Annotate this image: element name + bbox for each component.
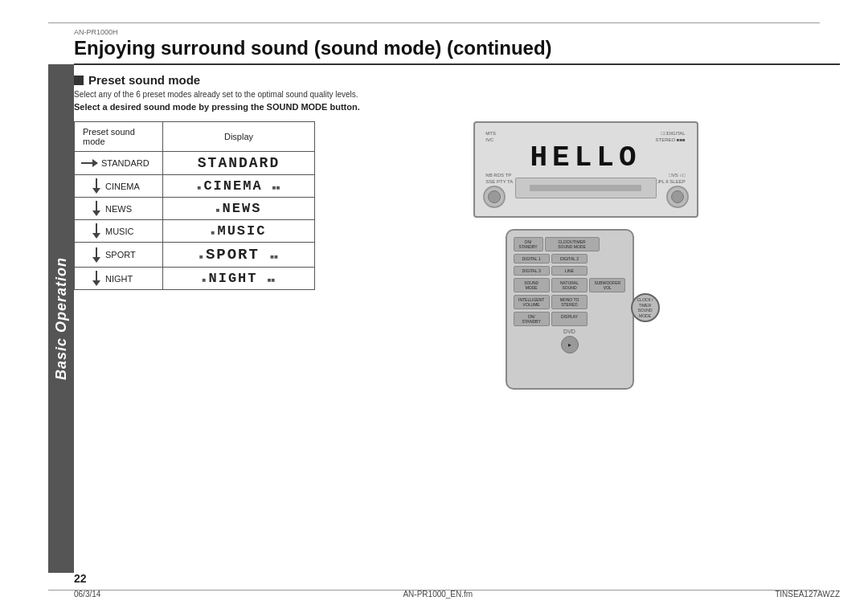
- arrow-v-tip-icon: [92, 188, 100, 194]
- display-cell-night: ■ NIGHT ■■: [163, 268, 315, 290]
- center-panel: [515, 178, 657, 198]
- page-number: 22: [74, 572, 87, 585]
- remote-btn-empty1: [589, 254, 625, 264]
- table-row: CINEMA ■ CINEMA ■■: [75, 175, 315, 198]
- remote-btn-mono-stereo[interactable]: MONO TOSTEREO: [551, 295, 588, 309]
- remote-control: ON/STANDBY CLOCK/TIMERSOUND MODE DIGITAL…: [506, 229, 634, 390]
- arrow-v-tip-icon: [92, 233, 100, 239]
- table-row: STANDARD STANDARD: [75, 152, 315, 175]
- arrow-down-music: MUSIC: [81, 223, 156, 239]
- remote-bottom-row: ▶: [514, 336, 626, 353]
- vert-arrow-wrap: [92, 247, 100, 263]
- page-title: Enjoying surround sound (sound mode) (co…: [74, 38, 840, 59]
- remote-top-right-space: [601, 237, 626, 251]
- sound-mode-table-container: Preset sound mode Display STANDARD: [74, 121, 315, 406]
- sidebar-label: Basic Operation: [53, 257, 70, 380]
- center-slot: [530, 185, 641, 191]
- mode-label-standard: STANDARD: [101, 158, 149, 168]
- mode-label-music: MUSIC: [105, 227, 133, 236]
- vert-arrow-wrap: [92, 271, 100, 286]
- footer-date: 06/3/14: [74, 590, 100, 599]
- remote-btn-digital2[interactable]: DIGITAL 2: [551, 254, 588, 264]
- remote-top-row: ON/STANDBY CLOCK/TIMERSOUND MODE: [514, 237, 626, 251]
- line-v-icon: [96, 247, 97, 257]
- vert-arrow-wrap: [92, 178, 100, 194]
- clock-timer-circle: CLOCK / TIMER SOUND MODE: [631, 293, 660, 322]
- display-cell-standard: STANDARD: [163, 152, 315, 175]
- lcd-news: NEWS: [223, 201, 262, 216]
- top-indicators: MTS □□DIGITAL: [485, 131, 685, 136]
- remote-row-sound: SOUNDMODE NATURALSOUND SUBWOOFERVOL: [514, 278, 626, 292]
- remote-btn-intelligent[interactable]: INTELLIGENTVOLUME: [514, 295, 550, 309]
- preset-cell-news: NEWS: [75, 198, 163, 220]
- display-cell-news: ■ NEWS: [163, 198, 315, 220]
- arrow-tip-icon: [92, 159, 98, 167]
- arrow-down-sport: SPORT: [81, 247, 156, 263]
- indicator-mts: MTS: [485, 131, 496, 136]
- speaker-inner-icon: [488, 190, 501, 203]
- table-row: NIGHT ■ NIGHT ■■: [75, 268, 315, 290]
- remote-btn-empty2: [589, 266, 625, 276]
- lcd-night: NIGHT: [209, 271, 268, 286]
- remote-btn-on-standby[interactable]: ON/STANDBY: [514, 237, 543, 251]
- preset-cell-music: MUSIC: [75, 220, 163, 243]
- remote-btn-on-standby2[interactable]: ON/STANDBY: [514, 312, 550, 326]
- sidebar-tab: Basic Operation: [48, 64, 74, 573]
- remote-btn-empty4: [589, 312, 625, 326]
- remote-dvd-label: DVD: [514, 329, 626, 334]
- footer-code: TINSEA127AWZZ: [775, 590, 840, 599]
- remote-btn-display[interactable]: DISPLAY: [551, 312, 588, 326]
- remote-container: ON/STANDBY CLOCK/TIMERSOUND MODE DIGITAL…: [506, 229, 666, 406]
- table-row: MUSIC ■ MUSIC: [75, 220, 315, 243]
- header-area: AN-PR1000H Enjoying surround sound (soun…: [74, 28, 840, 65]
- hello-display: HELLO: [530, 144, 641, 173]
- remote-btn-clock-timer[interactable]: CLOCK/TIMERSOUND MODE: [545, 237, 600, 251]
- remote-btn-round[interactable]: ▶: [561, 336, 579, 353]
- vert-arrow-wrap: [92, 201, 100, 216]
- arrow-right-standard: STANDARD: [81, 158, 156, 168]
- lcd-cinema: CINEMA: [203, 178, 272, 194]
- remote-btn-line[interactable]: LINE: [551, 266, 588, 276]
- table-row: NEWS ■ NEWS: [75, 198, 315, 220]
- remote-btn-sound-mode[interactable]: SOUNDMODE: [514, 278, 550, 292]
- indicator-sse: SSE PTY TA: [485, 179, 513, 184]
- table-row: SPORT ■ SPORT ■■: [75, 243, 315, 268]
- preset-cell-standard: STANDARD: [75, 152, 163, 175]
- mode-label-news: NEWS: [105, 204, 132, 214]
- arrow-v-tip-icon: [92, 280, 100, 286]
- remote-row-display: ON/STANDBY DISPLAY: [514, 312, 626, 326]
- model-number: AN-PR1000H: [74, 28, 840, 36]
- lcd-music: MUSIC: [217, 223, 266, 239]
- indicator-ivc: IVC: [485, 137, 493, 142]
- section-heading: Preset sound mode: [74, 73, 840, 87]
- arrow-v-tip-icon: [92, 210, 100, 216]
- footer-filename: AN-PR1000_EN.fm: [403, 590, 473, 599]
- mode-label-sport: SPORT: [105, 250, 136, 260]
- footer: 06/3/14 AN-PR1000_EN.fm TINSEA127AWZZ: [74, 590, 840, 599]
- remote-row-digital: DIGITAL 1 DIGITAL 2: [514, 254, 626, 264]
- remote-btn-subwoofer[interactable]: SUBWOOFERVOL: [589, 278, 625, 292]
- heading-square-icon: [74, 76, 84, 85]
- remote-btn-digital1[interactable]: DIGITAL 1: [514, 254, 550, 264]
- section-subtext: Select any of the 6 preset modes already…: [74, 90, 840, 99]
- arrow-down-cinema: CINEMA: [81, 178, 156, 194]
- line-v-icon: [96, 271, 97, 280]
- remote-btn-natural-sound[interactable]: NATURALSOUND: [551, 278, 588, 292]
- remote-btn-digital3[interactable]: DIGITAL 3: [514, 266, 550, 276]
- display-cell-cinema: ■ CINEMA ■■: [163, 175, 315, 198]
- remote-btn-empty3: [589, 295, 625, 309]
- indicator-vs: □VS ○□: [669, 173, 686, 178]
- preset-cell-night: NIGHT: [75, 268, 163, 290]
- preset-cell-sport: SPORT: [75, 243, 163, 268]
- arrow-down-news: NEWS: [81, 201, 156, 216]
- indicator-stereo: STEREO ■■■: [655, 137, 685, 142]
- indicator-digital: □□DIGITAL: [661, 131, 686, 136]
- speakers-area: [475, 186, 697, 208]
- lcd-sport: SPORT: [206, 246, 270, 264]
- display-cell-music: ■ MUSIC: [163, 220, 315, 243]
- col-display-header: Display: [163, 122, 315, 152]
- sound-mode-table: Preset sound mode Display STANDARD: [74, 121, 315, 290]
- vert-arrow-wrap: [92, 223, 100, 239]
- speaker-inner-icon: [671, 190, 684, 203]
- speaker-left: [483, 186, 506, 208]
